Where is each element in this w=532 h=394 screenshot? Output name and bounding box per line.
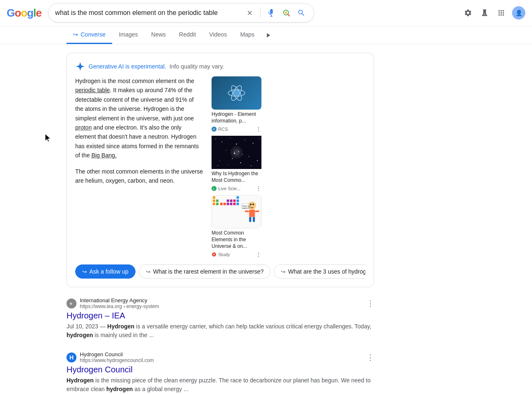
- result-more-hcouncil[interactable]: ⋮: [367, 353, 374, 362]
- svg-rect-54: [249, 217, 251, 222]
- image-card-1-img: [212, 136, 261, 169]
- tab-converse-label: Converse: [81, 31, 106, 38]
- svg-rect-33: [236, 196, 239, 199]
- header-right: 👤: [462, 6, 525, 20]
- settings-button[interactable]: [462, 7, 474, 19]
- svg-rect-37: [230, 200, 232, 202]
- apps-button[interactable]: [495, 7, 507, 19]
- avatar[interactable]: 👤: [512, 6, 525, 20]
- suggestion-1-button[interactable]: ↪ What are the 3 uses of hydrogen?: [274, 264, 365, 279]
- image-card-2-title: Most Common Elements in the Universe & o…: [212, 230, 261, 250]
- search-bar: [48, 3, 314, 22]
- svg-rect-53: [255, 210, 259, 212]
- svg-rect-47: [236, 203, 239, 206]
- favicon-iea: M: [66, 299, 76, 308]
- svg-rect-32: [213, 196, 215, 199]
- search-result-hcouncil: H Hydrogen Council https://www.hydrogenc…: [66, 351, 374, 394]
- result-title-hcouncil[interactable]: Hydrogen Council: [66, 365, 374, 374]
- google-logo[interactable]: Google: [7, 7, 42, 20]
- result-info-iea: International Energy Agency https://www.…: [80, 297, 159, 309]
- proton-link[interactable]: proton: [75, 124, 92, 131]
- result-date-iea: Jul 10, 2023: [66, 323, 98, 330]
- image-cards: Hydrogen - Element information, p... R R…: [212, 76, 365, 258]
- result-domain-hcouncil: Hydrogen Council: [80, 351, 154, 357]
- tab-images[interactable]: Images: [112, 26, 145, 44]
- svg-point-25: [217, 165, 218, 166]
- svg-text:much H!: much H!: [242, 207, 250, 209]
- tab-videos[interactable]: Videos: [202, 26, 234, 44]
- ai-badge: Generative AI is experimental.: [89, 63, 166, 70]
- image-card-1[interactable]: Why Is Hydrogen the Most Commo... L Live…: [212, 136, 261, 192]
- svg-rect-55: [253, 217, 255, 222]
- svg-point-28: [251, 165, 251, 166]
- source-more-0[interactable]: ⋮: [256, 126, 261, 132]
- suggestion-0-label: What is the rarest element in the univer…: [153, 268, 264, 275]
- result-source-row-iea: M International Energy Agency https://ww…: [66, 297, 374, 309]
- voice-search-button[interactable]: [266, 7, 277, 19]
- image-card-2-source-row: Study ⋮: [212, 251, 261, 258]
- svg-point-12: [230, 138, 230, 138]
- tab-news[interactable]: News: [145, 26, 172, 44]
- svg-rect-52: [245, 210, 249, 212]
- suggestion-0-button[interactable]: ↪ What is the rarest element in the univ…: [139, 264, 271, 279]
- svg-point-16: [259, 139, 259, 139]
- svg-point-15: [253, 143, 254, 144]
- svg-rect-45: [230, 203, 232, 206]
- big-bang-link[interactable]: Big Bang.: [91, 152, 117, 159]
- svg-rect-35: [216, 200, 219, 202]
- ai-answer-box: Generative AI is experimental. Info qual…: [66, 53, 374, 287]
- image-card-0[interactable]: Hydrogen - Element information, p... R R…: [212, 76, 261, 132]
- result-more-iea[interactable]: ⋮: [367, 299, 374, 308]
- tab-images-label: Images: [119, 31, 138, 38]
- clear-button[interactable]: [244, 7, 255, 18]
- image-card-0-title: Hydrogen - Element information, p...: [212, 111, 261, 124]
- ai-icon: [75, 61, 85, 71]
- result-source-row-hcouncil: H Hydrogen Council https://www.hydrogenc…: [66, 351, 374, 363]
- svg-point-3: [285, 12, 287, 14]
- tab-maps[interactable]: Maps: [234, 26, 261, 44]
- svg-point-30: [233, 149, 240, 156]
- image-card-0-source-row: R RCS ⋮: [212, 126, 261, 132]
- main-content: Generative AI is experimental. Info qual…: [0, 44, 532, 394]
- result-url-hcouncil: https://www.hydrogencouncil.com: [80, 357, 154, 363]
- source-label-0: RCS: [218, 127, 228, 132]
- svg-point-22: [249, 156, 249, 157]
- svg-text:M: M: [70, 302, 72, 305]
- lens-button[interactable]: [281, 7, 292, 19]
- ask-followup-button[interactable]: ↪ Ask a follow up: [75, 264, 135, 279]
- ai-content-area: Hydrogen is the most common element on t…: [75, 76, 365, 258]
- svg-rect-51: [249, 210, 255, 217]
- result-domain-iea: International Energy Agency: [80, 297, 159, 303]
- source-more-1[interactable]: ⋮: [256, 185, 261, 192]
- svg-rect-44: [227, 203, 229, 206]
- svg-point-11: [222, 142, 222, 142]
- ai-text: Hydrogen is the most common element on t…: [75, 76, 203, 258]
- svg-point-26: [228, 165, 229, 165]
- svg-point-20: [242, 154, 243, 154]
- svg-rect-38: [233, 200, 236, 202]
- ask-followup-label: Ask a follow up: [89, 268, 128, 275]
- source-label-1: Live Scie...: [218, 186, 241, 191]
- tab-converse[interactable]: ↪ Converse: [66, 26, 112, 44]
- result-title-iea[interactable]: Hydrogen – IEA: [66, 311, 374, 321]
- ai-quality-note: Info quality may vary.: [170, 63, 224, 70]
- source-more-2[interactable]: ⋮: [256, 251, 261, 258]
- svg-line-4: [288, 14, 289, 16]
- image-card-0-img: [212, 76, 261, 110]
- source-dot-0: R: [212, 127, 217, 132]
- ai-paragraph-1: Hydrogen is the most common element on t…: [75, 76, 203, 160]
- labs-button[interactable]: [479, 7, 490, 19]
- ai-paragraph-2: The other most common elements in the un…: [75, 167, 203, 186]
- search-button[interactable]: [296, 7, 307, 19]
- more-tabs-button[interactable]: [261, 27, 275, 44]
- svg-rect-42: [220, 203, 223, 206]
- svg-point-27: [240, 162, 241, 163]
- svg-rect-40: [213, 203, 215, 206]
- ai-header: Generative AI is experimental. Info qual…: [75, 61, 365, 71]
- search-input[interactable]: [55, 9, 241, 17]
- svg-point-10: [215, 139, 216, 139]
- followup-arrow-icon: ↪: [82, 269, 87, 275]
- image-card-2[interactable]: That's too much H! Most Common Elements …: [212, 195, 261, 258]
- periodic-table-link[interactable]: periodic table: [75, 87, 110, 93]
- tab-reddit[interactable]: Reddit: [172, 26, 202, 44]
